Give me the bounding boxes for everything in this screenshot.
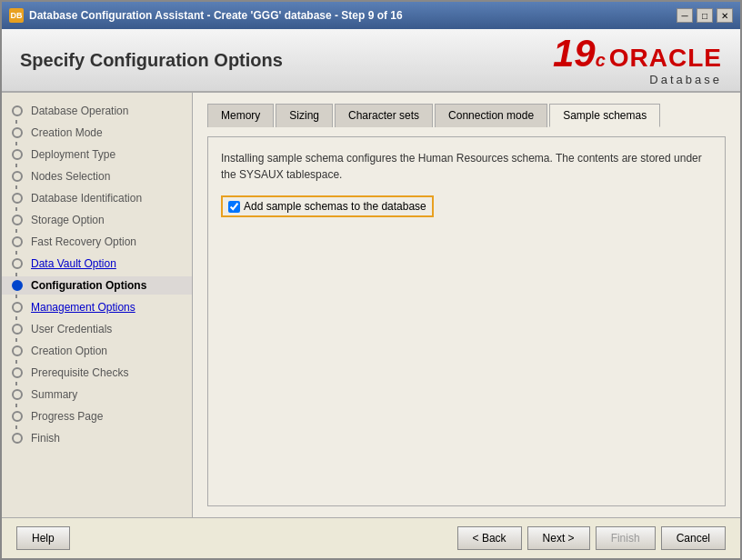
sidebar-item-database-identification: Database Identification (2, 189, 192, 207)
sidebar-label-nodes-selection: Nodes Selection (31, 170, 110, 183)
title-bar-left: DB Database Configuration Assistant - Cr… (9, 8, 403, 23)
sidebar-item-deployment-type: Deployment Type (2, 145, 192, 164)
step-circle-database-identification (12, 193, 23, 204)
app-icon: DB (9, 8, 24, 23)
sidebar-item-storage-option: Storage Option (2, 211, 192, 229)
tab-memory[interactable]: Memory (207, 104, 274, 127)
sidebar-label-database-operation: Database Operation (31, 105, 128, 117)
sidebar-label-progress-page: Progress Page (31, 410, 103, 423)
minimize-button[interactable]: ─ (677, 8, 693, 23)
step-circle-summary (12, 389, 23, 400)
add-sample-schemas-checkbox[interactable] (228, 201, 240, 213)
next-button[interactable]: Next > (527, 526, 590, 550)
step-circle-prerequisite-checks (12, 367, 23, 378)
sidebar-item-summary: Summary (2, 385, 192, 404)
sidebar-label-data-vault-option[interactable]: Data Vault Option (31, 257, 116, 270)
maximize-button[interactable]: □ (697, 8, 713, 23)
step-circle-configuration-options (12, 280, 23, 291)
tab-description: Installing sample schema configures the … (221, 150, 712, 183)
tab-character-sets[interactable]: Character sets (335, 104, 433, 127)
sidebar-item-creation-mode: Creation Mode (2, 124, 192, 142)
sidebar-label-prerequisite-checks: Prerequisite Checks (31, 366, 128, 379)
sidebar-label-finish: Finish (31, 432, 60, 445)
main-content: Database Operation Creation Mode Dep (2, 93, 740, 517)
sidebar-label-management-options[interactable]: Management Options (31, 301, 135, 314)
checkbox-row: Add sample schemas to the database (221, 195, 712, 217)
sidebar-label-creation-mode: Creation Mode (31, 126, 103, 139)
help-button[interactable]: Help (16, 526, 70, 550)
sidebar-label-database-identification: Database Identification (31, 192, 142, 205)
step-circle-data-vault-option (12, 258, 23, 269)
tab-sizing[interactable]: Sizing (276, 104, 333, 127)
sidebar-item-nodes-selection: Nodes Selection (2, 167, 192, 185)
step-circle-creation-option (12, 345, 23, 356)
sidebar-item-creation-option: Creation Option (2, 342, 192, 360)
main-window: DB Database Configuration Assistant - Cr… (0, 0, 742, 560)
title-bar: DB Database Configuration Assistant - Cr… (2, 2, 740, 29)
tab-sample-schemas[interactable]: Sample schemas (549, 104, 660, 127)
tab-content-sample-schemas: Installing sample schema configures the … (207, 136, 726, 506)
logo-c-text: c (596, 50, 606, 71)
window-title: Database Configuration Assistant - Creat… (29, 9, 403, 22)
sidebar-item-prerequisite-checks: Prerequisite Checks (2, 364, 192, 382)
sidebar-label-deployment-type: Deployment Type (31, 148, 115, 161)
sidebar-item-configuration-options: Configuration Options (2, 276, 192, 295)
step-circle-database-operation (12, 105, 23, 116)
sidebar-label-creation-option: Creation Option (31, 345, 107, 357)
step-circle-storage-option (12, 215, 23, 225)
step-circle-creation-mode (12, 127, 23, 138)
add-sample-schemas-label: Add sample schemas to the database (244, 200, 426, 213)
title-bar-controls: ─ □ ✕ (677, 8, 733, 23)
sidebar-item-database-operation: Database Operation (2, 102, 192, 120)
page-title: Specify Configuration Options (20, 50, 283, 71)
sidebar-label-configuration-options: Configuration Options (31, 279, 146, 292)
sidebar: Database Operation Creation Mode Dep (2, 93, 193, 517)
tab-connection-mode[interactable]: Connection mode (435, 104, 547, 127)
close-button[interactable]: ✕ (717, 8, 733, 23)
sidebar-item-data-vault-option[interactable]: Data Vault Option (2, 255, 192, 273)
finish-button[interactable]: Finish (596, 526, 656, 550)
logo-oracle-text: ORACLE (609, 44, 722, 73)
sidebar-label-summary: Summary (31, 388, 77, 401)
step-circle-finish (12, 433, 23, 444)
logo-database-text: Database (606, 73, 722, 86)
step-circle-progress-page (12, 411, 23, 422)
content-area: Memory Sizing Character sets Connection … (193, 93, 740, 517)
logo-right: ORACLE Database (606, 44, 722, 86)
sidebar-label-storage-option: Storage Option (31, 214, 105, 226)
step-circle-deployment-type (12, 149, 23, 160)
step-circle-user-credentials (12, 324, 23, 335)
step-circle-nodes-selection (12, 171, 23, 182)
sidebar-item-progress-page: Progress Page (2, 407, 192, 425)
back-button[interactable]: < Back (457, 526, 522, 550)
tabs-bar: Memory Sizing Character sets Connection … (207, 104, 726, 127)
footer: Help < Back Next > Finish Cancel (2, 517, 740, 558)
checkbox-container[interactable]: Add sample schemas to the database (221, 195, 434, 217)
sidebar-item-management-options[interactable]: Management Options (2, 298, 192, 316)
sidebar-label-fast-recovery-option: Fast Recovery Option (31, 235, 136, 248)
sidebar-item-user-credentials: User Credentials (2, 320, 192, 338)
oracle-logo: 19 c ORACLE Database (553, 35, 722, 86)
header-bar: Specify Configuration Options 19 c ORACL… (2, 29, 740, 93)
step-list: Database Operation Creation Mode Dep (2, 102, 192, 447)
step-circle-management-options (12, 302, 23, 313)
sidebar-item-fast-recovery-option: Fast Recovery Option (2, 233, 192, 251)
sidebar-label-user-credentials: User Credentials (31, 323, 112, 335)
logo-19-text: 19 (553, 35, 596, 73)
sidebar-item-finish: Finish (2, 429, 192, 447)
cancel-button[interactable]: Cancel (661, 526, 726, 550)
footer-right: < Back Next > Finish Cancel (457, 526, 726, 550)
step-circle-fast-recovery-option (12, 236, 23, 247)
